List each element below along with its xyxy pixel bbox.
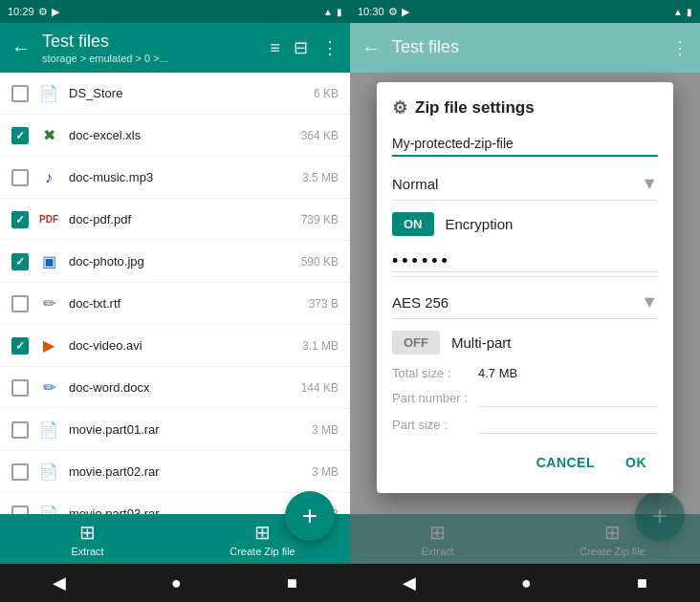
- extract-label: Extract: [71, 546, 103, 557]
- file-name: doc-word.docx: [69, 380, 292, 395]
- extract-button[interactable]: ⊞ Extract: [0, 514, 175, 564]
- time-right: 10:30: [358, 6, 384, 17]
- create-zip-icon: ⊞: [254, 521, 271, 544]
- file-checkbox[interactable]: [11, 379, 29, 397]
- chevron-down-icon: ▼: [641, 174, 658, 194]
- part-number-input[interactable]: [478, 388, 658, 407]
- dialog-overlay: ⚙ Zip file settings Normal ▼ ON Encrypti…: [350, 73, 700, 564]
- signal-icon-right: ▶: [402, 6, 409, 18]
- file-checkbox[interactable]: [11, 211, 29, 228]
- list-item[interactable]: ✏ doc-txt.rtf 373 B: [0, 283, 350, 325]
- more-icon-right[interactable]: ⋮: [671, 37, 689, 58]
- file-size: 3.5 MB: [302, 171, 339, 184]
- file-name-field: [392, 132, 658, 157]
- back-button-left[interactable]: ←: [11, 37, 31, 59]
- excel-icon: ✖: [38, 125, 59, 146]
- list-item[interactable]: 📄 DS_Store 6 KB: [0, 73, 350, 115]
- storage-icon[interactable]: ⊟: [294, 37, 308, 58]
- file-size: 739 KB: [301, 213, 339, 226]
- sort-icon[interactable]: ≡: [270, 38, 280, 58]
- word-icon: ✏: [38, 377, 59, 398]
- list-item[interactable]: ▶ doc-video.avi 3.1 MB: [0, 325, 350, 367]
- file-checkbox[interactable]: [11, 295, 29, 312]
- file-checkbox[interactable]: [11, 253, 29, 270]
- file-name: doc-txt.rtf: [69, 296, 299, 311]
- nav-home-right[interactable]: ●: [521, 573, 532, 593]
- total-size-value: 4.7 MB: [478, 366, 517, 380]
- create-zip-label: Create Zip file: [230, 546, 295, 557]
- page-title-left: Test files: [42, 32, 258, 53]
- nav-recent-right[interactable]: ■: [637, 573, 647, 593]
- toolbar-title-left: Test files storage > emulated > 0 >...: [42, 32, 258, 64]
- file-name-input[interactable]: [392, 132, 658, 157]
- more-icon[interactable]: ⋮: [321, 37, 339, 58]
- file-size: 3.1 MB: [302, 339, 339, 353]
- dialog-actions: CANCEL OK: [392, 447, 658, 478]
- file-size: 6 KB: [314, 87, 339, 100]
- part-size-row: Part size :: [392, 415, 658, 434]
- file-name: movie.part01.rar: [69, 422, 302, 437]
- list-item[interactable]: ▣ doc-photo.jpg 590 KB: [0, 241, 350, 283]
- list-item[interactable]: ✖ doc-excel.xls 364 KB: [0, 115, 350, 157]
- multipart-toggle-off[interactable]: OFF: [392, 331, 440, 355]
- multipart-toggle-row: OFF Multi-part: [392, 331, 658, 355]
- extract-icon: ⊞: [79, 521, 96, 544]
- part-size-input[interactable]: [478, 415, 658, 434]
- file-checkbox[interactable]: [11, 127, 29, 144]
- list-item[interactable]: ✏ doc-word.docx 144 KB: [0, 367, 350, 409]
- gear-icon: ⚙: [392, 97, 407, 118]
- ok-button[interactable]: OK: [614, 447, 658, 478]
- list-item[interactable]: PDF doc-pdf.pdf 739 KB: [0, 199, 350, 241]
- list-item[interactable]: 📄 movie.part02.rar 3 MB: [0, 451, 350, 493]
- part-size-label: Part size :: [392, 418, 478, 432]
- total-size-label: Total size :: [392, 366, 478, 380]
- back-button-right[interactable]: ←: [361, 37, 381, 59]
- file-name: movie.part03.rar: [69, 506, 302, 514]
- fab-button[interactable]: +: [285, 491, 335, 541]
- pdf-icon: PDF: [38, 209, 59, 230]
- file-checkbox[interactable]: [11, 85, 29, 102]
- nav-back-left[interactable]: ◀: [53, 572, 66, 593]
- wifi-icon-right: ▲: [673, 7, 683, 17]
- rar-icon: 📄: [38, 462, 59, 483]
- encryption-toggle-row: ON Encryption: [392, 212, 658, 236]
- battery-icon-right: ▮: [687, 7, 692, 17]
- battery-icon: ▮: [337, 7, 342, 17]
- file-checkbox[interactable]: [11, 337, 29, 355]
- page-subtitle-left: storage > emulated > 0 >...: [42, 53, 258, 64]
- right-panel: 10:30 ⚙ ▶ ▲ ▮ ← Test files ⋮ ⚙ Zip file …: [350, 0, 700, 602]
- zip-settings-dialog: ⚙ Zip file settings Normal ▼ ON Encrypti…: [377, 82, 673, 493]
- list-item[interactable]: 📄 movie.part01.rar 3 MB: [0, 409, 350, 451]
- nav-back-right[interactable]: ◀: [403, 572, 416, 593]
- file-icon: 📄: [38, 83, 59, 104]
- toolbar-icons-left: ≡ ⊟ ⋮: [270, 37, 339, 58]
- file-list: 📄 DS_Store 6 KB ✖ doc-excel.xls 364 KB ♪…: [0, 73, 350, 514]
- rar-icon: 📄: [38, 419, 59, 441]
- cancel-button[interactable]: CANCEL: [525, 447, 606, 478]
- music-icon: ♪: [38, 167, 59, 188]
- toolbar-right: ← Test files ⋮: [350, 23, 700, 73]
- file-checkbox[interactable]: [11, 421, 29, 439]
- file-name: doc-excel.xls: [69, 128, 292, 142]
- nav-bar-right: ◀ ● ■: [350, 564, 700, 602]
- settings-icon-right: ⚙: [388, 6, 398, 18]
- file-checkbox[interactable]: [11, 463, 29, 481]
- file-name: doc-photo.jpg: [69, 254, 292, 269]
- settings-icon: ⚙: [38, 6, 48, 18]
- photo-icon: ▣: [38, 251, 59, 272]
- file-checkbox[interactable]: [11, 505, 29, 515]
- nav-home-left[interactable]: ●: [171, 573, 182, 593]
- rar-icon: 📄: [38, 504, 59, 515]
- encryption-toggle-on[interactable]: ON: [392, 212, 434, 236]
- list-item[interactable]: ♪ doc-music.mp3 3.5 MB: [0, 157, 350, 199]
- compression-dropdown[interactable]: Normal ▼: [392, 168, 658, 201]
- nav-recent-left[interactable]: ■: [287, 573, 297, 593]
- file-checkbox[interactable]: [11, 169, 29, 186]
- toolbar-icons-right: ⋮: [671, 37, 689, 58]
- file-size: 590 KB: [301, 255, 339, 269]
- video-icon: ▶: [38, 335, 59, 356]
- encryption-method-dropdown[interactable]: AES 256 ▼: [392, 287, 658, 319]
- toolbar-left: ← Test files storage > emulated > 0 >...…: [0, 23, 350, 73]
- part-number-row: Part number :: [392, 388, 658, 407]
- password-input[interactable]: [392, 251, 658, 272]
